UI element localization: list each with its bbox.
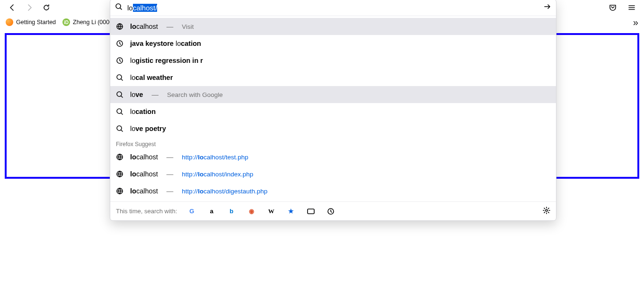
bookmark-label: Zheng Li (0000- bbox=[73, 19, 115, 26]
suggestion-text: java keystore location bbox=[130, 40, 201, 47]
history-row[interactable]: localhost—http://localhost/test.php bbox=[110, 148, 556, 165]
engine-wikipedia[interactable]: W bbox=[267, 207, 275, 216]
bookmark-getting-started[interactable]: Getting Started bbox=[6, 18, 56, 26]
suggestion-text: local weather bbox=[130, 74, 173, 81]
suggestion-row[interactable]: localhost—Visit bbox=[110, 18, 556, 35]
urlbar[interactable]: localhost/ bbox=[110, 0, 556, 16]
urlbar-text: localhost/ bbox=[127, 4, 157, 12]
suggestion-text: love bbox=[130, 91, 143, 98]
search-engine-list: G a b ◉ W ★ bbox=[187, 207, 335, 216]
engine-history[interactable] bbox=[326, 207, 335, 216]
clock-icon bbox=[116, 40, 124, 47]
urlbar-dropdown: localhost—Visitjava keystore locationlog… bbox=[110, 16, 556, 201]
globe-icon bbox=[116, 187, 124, 195]
suggestion-hint: Search with Google bbox=[167, 91, 223, 98]
engine-bookmarks[interactable]: ★ bbox=[287, 207, 295, 216]
suggestion-text: love poetry bbox=[130, 125, 166, 132]
engine-duckduckgo[interactable]: ◉ bbox=[247, 207, 256, 216]
orcid-icon: iD bbox=[62, 18, 70, 26]
search-icon bbox=[116, 108, 124, 115]
search-icon bbox=[116, 125, 124, 132]
bookmarks-overflow-icon[interactable]: » bbox=[633, 17, 638, 28]
footer-label: This time, search with: bbox=[116, 208, 177, 215]
suggestion-row[interactable]: local weather bbox=[110, 69, 556, 86]
urlbar-container: localhost/ localhost—Visitjava keystore … bbox=[110, 0, 556, 221]
firefox-icon bbox=[6, 18, 13, 26]
suggestion-hint: Visit bbox=[182, 23, 194, 30]
clock-icon bbox=[116, 57, 124, 64]
suggestion-text: logistic regression in r bbox=[130, 57, 203, 64]
engine-tabs[interactable] bbox=[307, 207, 315, 216]
go-arrow-icon[interactable] bbox=[544, 3, 551, 12]
bookmark-label: Getting Started bbox=[16, 19, 56, 26]
search-icon bbox=[116, 91, 124, 98]
search-icon bbox=[115, 3, 123, 12]
globe-icon bbox=[116, 170, 124, 178]
svg-rect-11 bbox=[308, 209, 314, 214]
suggestion-row[interactable]: logistic regression in r bbox=[110, 52, 556, 69]
bookmark-orcid[interactable]: iD Zheng Li (0000- bbox=[62, 18, 115, 26]
history-title: localhost bbox=[130, 153, 158, 161]
suggestion-text: localhost bbox=[130, 23, 158, 30]
suggestion-text: location bbox=[130, 108, 156, 115]
history-title: localhost bbox=[130, 187, 158, 195]
suggestion-row[interactable]: java keystore location bbox=[110, 35, 556, 52]
pocket-icon[interactable] bbox=[606, 1, 619, 14]
engine-amazon[interactable]: a bbox=[207, 207, 216, 216]
globe-icon bbox=[116, 153, 124, 161]
forward-button[interactable] bbox=[23, 1, 36, 14]
history-url: http://localhost/index.php bbox=[182, 171, 253, 178]
firefox-suggest-label: Firefox Suggest bbox=[110, 137, 556, 148]
back-button[interactable] bbox=[6, 1, 19, 14]
search-engine-footer: This time, search with: G a b ◉ W ★ bbox=[110, 201, 556, 220]
suggestion-row[interactable]: location bbox=[110, 103, 556, 120]
engine-google[interactable]: G bbox=[187, 207, 196, 216]
svg-point-13 bbox=[546, 209, 547, 211]
history-url: http://localhost/test.php bbox=[182, 154, 248, 161]
history-row[interactable]: localhost—http://localhost/index.php bbox=[110, 165, 556, 183]
history-row[interactable]: localhost—http://localhost/digestauth.ph… bbox=[110, 183, 556, 200]
settings-gear-icon[interactable] bbox=[543, 207, 550, 216]
suggestion-row[interactable]: love—Search with Google bbox=[110, 86, 556, 103]
reload-button[interactable] bbox=[40, 1, 53, 14]
suggestion-row[interactable]: love poetry bbox=[110, 120, 556, 137]
search-icon bbox=[116, 74, 124, 81]
engine-bing[interactable]: b bbox=[227, 207, 236, 216]
history-url: http://localhost/digestauth.php bbox=[182, 188, 267, 195]
history-title: localhost bbox=[130, 170, 158, 178]
globe-icon bbox=[116, 23, 124, 30]
menu-icon[interactable] bbox=[625, 1, 638, 14]
